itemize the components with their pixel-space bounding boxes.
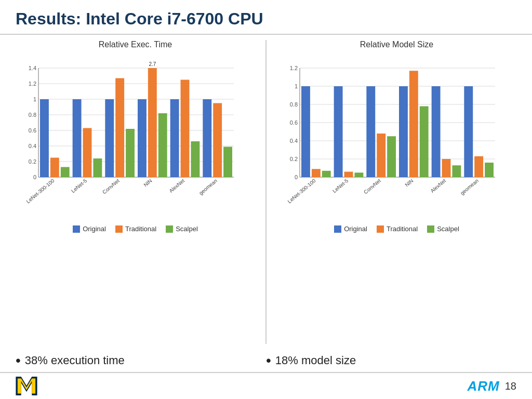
svg-text:0.4: 0.4 bbox=[29, 143, 36, 149]
chart-divider bbox=[265, 40, 267, 344]
bullet-text-1: 38% execution time bbox=[25, 354, 125, 367]
chart1-legend: Original Traditional Scalpel bbox=[73, 225, 198, 233]
svg-text:ConvNet: ConvNet bbox=[101, 178, 121, 195]
svg-rect-34 bbox=[170, 99, 179, 177]
svg-text:1: 1 bbox=[33, 96, 36, 102]
legend-traditional-label: Traditional bbox=[125, 225, 156, 233]
svg-rect-68 bbox=[387, 136, 396, 177]
page: Results: Intel Core i7-6700 CPU Relative… bbox=[0, 0, 532, 399]
svg-text:0: 0 bbox=[295, 174, 298, 180]
svg-rect-39 bbox=[213, 103, 222, 178]
svg-text:AlexNet: AlexNet bbox=[168, 178, 185, 194]
svg-rect-29 bbox=[138, 99, 147, 177]
svg-text:1.2: 1.2 bbox=[29, 81, 36, 87]
svg-text:0.2: 0.2 bbox=[290, 156, 298, 162]
svg-text:0: 0 bbox=[33, 174, 36, 180]
svg-rect-32 bbox=[158, 113, 167, 177]
legend-original: Original bbox=[73, 225, 106, 233]
legend2-original: Original bbox=[334, 225, 367, 233]
svg-rect-76 bbox=[452, 165, 461, 177]
svg-text:NIN: NIN bbox=[142, 178, 153, 188]
svg-rect-36 bbox=[191, 141, 200, 177]
svg-rect-30 bbox=[148, 68, 157, 177]
chart1-title: Relative Exec. Time bbox=[99, 40, 172, 49]
svg-rect-35 bbox=[181, 80, 190, 178]
legend-scalpel-label: Scalpel bbox=[176, 225, 198, 233]
footer-right: ARM 18 bbox=[468, 378, 516, 394]
bullet-dot-2: • bbox=[266, 352, 271, 369]
svg-rect-26 bbox=[115, 78, 124, 178]
legend-scalpel-box bbox=[166, 225, 173, 233]
svg-text:ConvNet: ConvNet bbox=[363, 178, 382, 195]
svg-text:2.7: 2.7 bbox=[149, 61, 156, 67]
legend-original-label: Original bbox=[83, 225, 106, 233]
svg-rect-71 bbox=[409, 71, 418, 177]
svg-rect-18 bbox=[50, 158, 59, 178]
svg-rect-75 bbox=[442, 159, 451, 177]
bullet-item-2: • 18% model size bbox=[266, 352, 516, 369]
svg-rect-63 bbox=[344, 172, 353, 178]
svg-text:LeNet-5: LeNet-5 bbox=[331, 178, 350, 194]
svg-rect-80 bbox=[485, 163, 494, 177]
svg-rect-21 bbox=[73, 99, 82, 177]
svg-rect-19 bbox=[61, 167, 70, 178]
svg-text:0.8: 0.8 bbox=[290, 101, 298, 108]
svg-text:NIN: NIN bbox=[404, 178, 414, 188]
svg-text:LeNet-300-100: LeNet-300-100 bbox=[25, 178, 56, 205]
svg-text:0.4: 0.4 bbox=[290, 138, 298, 144]
legend2-traditional: Traditional bbox=[377, 225, 418, 233]
legend-scalpel: Scalpel bbox=[166, 225, 198, 233]
svg-rect-62 bbox=[334, 86, 343, 177]
svg-rect-64 bbox=[354, 172, 363, 177]
legend2-scalpel-label: Scalpel bbox=[437, 225, 459, 233]
svg-text:1.2: 1.2 bbox=[290, 65, 298, 71]
page-title: Results: Intel Core i7-6700 CPU bbox=[16, 9, 516, 29]
svg-rect-70 bbox=[399, 86, 408, 177]
svg-text:LeNet-300-100: LeNet-300-100 bbox=[286, 178, 317, 205]
um-logo-icon bbox=[16, 377, 37, 395]
svg-rect-22 bbox=[83, 128, 92, 178]
legend-original-box bbox=[73, 225, 80, 233]
svg-text:0.6: 0.6 bbox=[290, 119, 298, 126]
svg-rect-72 bbox=[420, 107, 429, 178]
charts-area: Relative Exec. Time 00.20.40.60.811.21.4… bbox=[0, 35, 532, 349]
svg-text:geomean: geomean bbox=[198, 178, 218, 196]
svg-rect-25 bbox=[105, 99, 114, 177]
svg-text:AlexNet: AlexNet bbox=[429, 178, 447, 194]
svg-rect-66 bbox=[366, 86, 375, 177]
legend2-original-box bbox=[334, 225, 341, 233]
footer: ARM 18 bbox=[0, 372, 532, 399]
svg-rect-23 bbox=[93, 158, 102, 177]
svg-rect-78 bbox=[464, 86, 473, 177]
chart2-container: 00.20.40.60.811.2LeNet-300-100LeNet-5Con… bbox=[277, 52, 516, 221]
svg-rect-17 bbox=[40, 99, 49, 177]
chart2-legend: Original Traditional Scalpel bbox=[334, 225, 459, 233]
chart1-section: Relative Exec. Time 00.20.40.60.811.21.4… bbox=[10, 40, 260, 344]
svg-text:1.4: 1.4 bbox=[29, 65, 36, 71]
svg-text:0.2: 0.2 bbox=[29, 158, 36, 165]
svg-rect-74 bbox=[432, 86, 441, 177]
svg-rect-67 bbox=[377, 134, 385, 177]
svg-rect-27 bbox=[126, 129, 135, 177]
legend2-traditional-label: Traditional bbox=[387, 225, 418, 233]
chart2-title: Relative Model Size bbox=[360, 40, 433, 49]
svg-rect-40 bbox=[223, 147, 232, 178]
legend2-scalpel-box bbox=[427, 225, 434, 233]
svg-rect-59 bbox=[312, 169, 321, 177]
svg-text:LeNet-5: LeNet-5 bbox=[70, 178, 88, 194]
bullet-item-1: • 38% execution time bbox=[16, 352, 266, 369]
legend2-scalpel: Scalpel bbox=[427, 225, 459, 233]
um-logo-container bbox=[16, 377, 37, 395]
svg-rect-60 bbox=[322, 171, 331, 177]
chart2-section: Relative Model Size 00.20.40.60.811.2LeN… bbox=[272, 40, 522, 344]
legend2-original-label: Original bbox=[344, 225, 367, 233]
svg-rect-58 bbox=[301, 86, 310, 177]
bullet-section: • 38% execution time • 18% model size bbox=[0, 349, 532, 372]
page-number: 18 bbox=[505, 380, 516, 392]
svg-rect-79 bbox=[474, 156, 483, 177]
svg-text:geomean: geomean bbox=[459, 178, 480, 196]
arm-logo: ARM bbox=[468, 378, 500, 394]
svg-text:1: 1 bbox=[295, 83, 298, 89]
legend2-traditional-box bbox=[377, 225, 384, 233]
chart1-container: 00.20.40.60.811.21.4LeNet-300-100LeNet-5… bbox=[16, 52, 255, 221]
